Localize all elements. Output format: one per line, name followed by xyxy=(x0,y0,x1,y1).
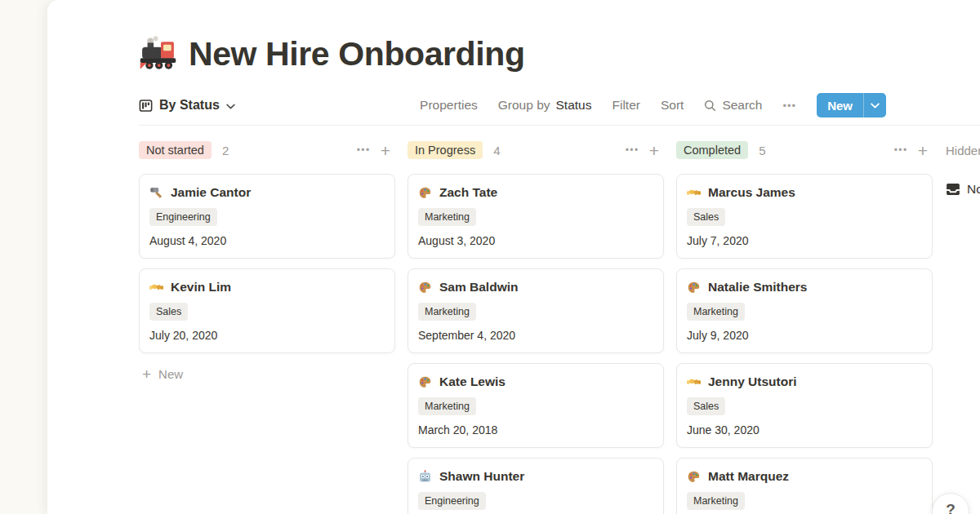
chevron-down-icon xyxy=(871,103,880,109)
kanban-card[interactable]: Shawn HunterEngineering xyxy=(408,458,664,514)
card-date: March 20, 2018 xyxy=(418,423,653,437)
card-title-row: Marcus James xyxy=(687,184,922,201)
column-header: In Progress4•••+ xyxy=(408,140,664,161)
sort-button[interactable]: Sort xyxy=(661,98,684,113)
card-title-row: Zach Tate xyxy=(418,184,653,201)
view-switcher[interactable]: By Status xyxy=(139,98,235,113)
palette-emoji xyxy=(418,281,432,295)
new-button-dropdown[interactable] xyxy=(864,93,886,117)
locomotive-emoji xyxy=(139,35,177,73)
filter-button[interactable]: Filter xyxy=(612,98,639,113)
group-badge[interactable]: Not started xyxy=(139,141,212,159)
page-card: New Hire Onboarding By Status Properties… xyxy=(47,0,980,514)
handshake-emoji xyxy=(149,281,163,295)
group-badge[interactable]: Completed xyxy=(676,141,748,159)
search-icon xyxy=(704,100,716,112)
card-name: Zach Tate xyxy=(439,184,497,201)
group-by-button[interactable]: Group by Status xyxy=(498,98,592,113)
kanban-card[interactable]: Kevin LimSalesJuly 20, 2020 xyxy=(139,268,395,353)
card-title-row: Kevin Lim xyxy=(149,279,385,295)
group-count: 2 xyxy=(222,144,229,157)
card-name: Jenny Utsutori xyxy=(708,374,797,390)
card-date: July 7, 2020 xyxy=(687,233,922,248)
kanban-card[interactable]: Natalie SmithersMarketingJuly 9, 2020 xyxy=(676,268,933,353)
hidden-group-no-status[interactable]: No Status xyxy=(946,182,980,197)
toolbar: By Status Properties Group by Status Fil… xyxy=(139,93,980,117)
kanban-card[interactable]: Matt MarquezMarketing xyxy=(676,458,933,514)
handshake-emoji xyxy=(687,375,701,389)
card-tag-badge: Marketing xyxy=(418,208,476,226)
hammer-emoji xyxy=(149,186,163,200)
chevron-down-icon xyxy=(226,102,235,109)
hidden-group-label: No Status xyxy=(967,182,980,197)
palette-emoji xyxy=(687,470,701,484)
group-add-icon[interactable]: + xyxy=(918,142,928,159)
board-column: In Progress4•••+Zach TateMarketingAugust… xyxy=(408,140,664,514)
card-tag-badge: Sales xyxy=(687,397,725,415)
card-name: Jamie Cantor xyxy=(171,184,251,201)
card-tag-badge: Engineering xyxy=(418,492,486,510)
toolbar-actions: Properties Group by Status Filter Sort S… xyxy=(420,93,886,117)
toolbar-divider xyxy=(139,125,980,126)
board-column: Not started2•••+Jamie CantorEngineeringA… xyxy=(139,140,395,514)
card-name: Sam Baldwin xyxy=(439,279,518,295)
card-list: Zach TateMarketingAugust 3, 2020Sam Bald… xyxy=(408,174,664,514)
board-view-icon xyxy=(139,99,153,113)
card-list: Jamie CantorEngineeringAugust 4, 2020Kev… xyxy=(139,174,395,353)
card-date: June 30, 2020 xyxy=(687,423,922,437)
card-name: Marcus James xyxy=(708,184,795,201)
view-switcher-label: By Status xyxy=(159,98,220,113)
card-date: July 20, 2020 xyxy=(149,328,385,343)
card-title-row: Kate Lewis xyxy=(418,374,653,390)
column-header: Not started2•••+ xyxy=(139,140,395,161)
card-name: Natalie Smithers xyxy=(708,279,807,295)
add-card-label: New xyxy=(158,367,183,381)
search-label: Search xyxy=(722,98,762,113)
kanban-card[interactable]: Marcus JamesSalesJuly 7, 2020 xyxy=(676,174,933,259)
hidden-groups-toggle[interactable]: Hidden groups xyxy=(946,140,980,161)
group-count: 5 xyxy=(759,144,765,157)
card-title-row: Sam Baldwin xyxy=(418,279,653,295)
card-title-row: Jenny Utsutori xyxy=(687,374,922,390)
card-name: Matt Marquez xyxy=(708,468,789,485)
card-tag-badge: Marketing xyxy=(687,492,745,510)
card-name: Kevin Lim xyxy=(171,279,231,295)
group-more-icon[interactable]: ••• xyxy=(626,144,639,156)
card-date: July 9, 2020 xyxy=(687,328,922,343)
kanban-card[interactable]: Kate LewisMarketingMarch 20, 2018 xyxy=(408,363,664,448)
group-more-icon[interactable]: ••• xyxy=(357,144,371,156)
card-title-row: Natalie Smithers xyxy=(687,279,922,295)
page-header: New Hire Onboarding xyxy=(139,34,980,74)
sort-label: Sort xyxy=(661,98,684,113)
card-date: August 4, 2020 xyxy=(149,233,385,248)
group-add-icon[interactable]: + xyxy=(381,142,390,159)
kanban-card[interactable]: Jamie CantorEngineeringAugust 4, 2020 xyxy=(139,174,395,259)
card-tag-badge: Engineering xyxy=(149,208,217,226)
properties-label: Properties xyxy=(420,98,478,113)
more-options-icon[interactable]: ••• xyxy=(783,100,797,112)
page-title[interactable]: New Hire Onboarding xyxy=(189,34,525,74)
card-date: August 3, 2020 xyxy=(418,233,653,248)
new-button-label[interactable]: New xyxy=(817,93,863,117)
group-add-icon[interactable]: + xyxy=(649,142,659,159)
column-header: Completed5•••+ xyxy=(676,140,933,161)
card-name: Shawn Hunter xyxy=(439,468,524,485)
card-tag-badge: Marketing xyxy=(687,303,745,321)
add-card-button[interactable]: +New xyxy=(139,366,395,382)
group-more-icon[interactable]: ••• xyxy=(894,144,908,156)
properties-button[interactable]: Properties xyxy=(420,98,478,113)
search-button[interactable]: Search xyxy=(704,98,762,113)
new-button[interactable]: New xyxy=(817,93,886,117)
handshake-emoji xyxy=(687,186,701,200)
group-count: 4 xyxy=(493,144,500,157)
kanban-card[interactable]: Zach TateMarketingAugust 3, 2020 xyxy=(408,174,664,259)
kanban-card[interactable]: Jenny UtsutoriSalesJune 30, 2020 xyxy=(676,363,933,448)
inbox-icon xyxy=(946,182,960,197)
card-title-row: Jamie Cantor xyxy=(149,184,385,201)
kanban-card[interactable]: Sam BaldwinMarketingSeptember 4, 2020 xyxy=(408,268,664,353)
group-badge[interactable]: In Progress xyxy=(408,141,483,159)
board-columns: Not started2•••+Jamie CantorEngineeringA… xyxy=(139,140,980,514)
notion-board-page: New Hire Onboarding By Status Properties… xyxy=(0,0,980,514)
card-list: Marcus JamesSalesJuly 7, 2020Natalie Smi… xyxy=(676,174,933,514)
palette-emoji xyxy=(418,186,432,200)
